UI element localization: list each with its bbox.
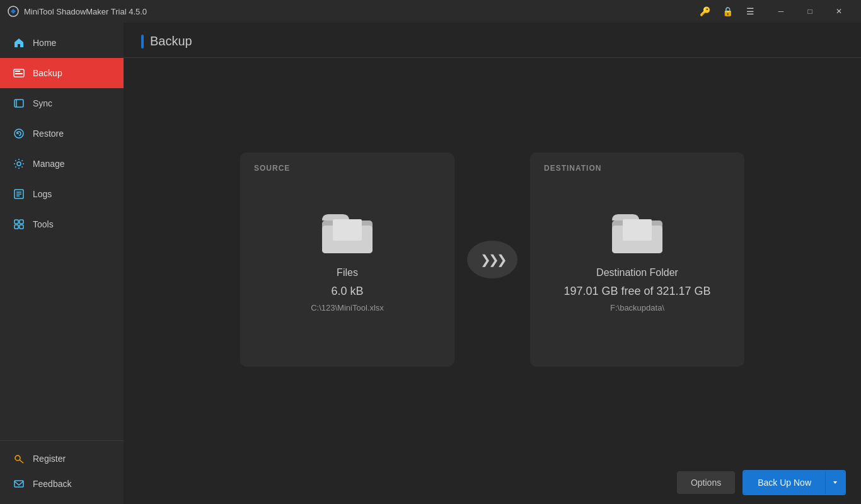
backup-now-dropdown-button[interactable] (825, 471, 845, 494)
feedback-mail-icon (13, 478, 25, 490)
sync-icon (13, 97, 25, 110)
svg-rect-13 (20, 220, 23, 224)
sidebar-label-feedback: Feedback (33, 479, 71, 489)
sidebar-bottom: Register Feedback (0, 440, 124, 504)
svg-rect-15 (20, 225, 23, 229)
restore-icon (13, 127, 25, 140)
source-size: 6.0 kB (331, 285, 363, 298)
sidebar-item-register[interactable]: Register (0, 446, 124, 471)
title-bar: MiniTool ShadowMaker Trial 4.5.0 🔑 🔒 ☰ ─… (0, 0, 861, 23)
svg-point-16 (15, 455, 20, 461)
main-content: Backup SOURCE (124, 23, 861, 504)
minimize-button[interactable]: ─ (766, 0, 795, 23)
lock-icon[interactable]: 🔒 (721, 6, 734, 16)
svg-rect-21 (333, 219, 362, 241)
backup-area: SOURCE Files 6.0 kB C:\123\MiniT (124, 58, 861, 461)
options-button[interactable]: Options (677, 471, 735, 494)
backup-now-wrapper: Back Up Now (743, 470, 846, 495)
source-folder-icon (319, 207, 376, 257)
home-icon (13, 37, 25, 49)
sidebar-label-sync: Sync (33, 98, 52, 108)
destination-path: F:\backupdata\ (610, 303, 664, 312)
title-bar-icons: 🔑 🔒 ☰ (698, 6, 756, 16)
sidebar-item-backup[interactable]: Backup (0, 58, 124, 88)
app-body: Home Backup (0, 23, 861, 504)
page-header: Backup (124, 23, 861, 58)
sidebar: Home Backup (0, 23, 124, 504)
sidebar-label-tools: Tools (33, 219, 54, 229)
page-title-text: Backup (150, 34, 192, 49)
svg-rect-18 (14, 481, 23, 487)
destination-card[interactable]: DESTINATION Destination Folder 197.01 GB (530, 152, 744, 367)
svg-rect-12 (14, 220, 18, 224)
sidebar-label-restore: Restore (33, 129, 64, 139)
destination-folder-icon (609, 207, 666, 257)
sidebar-label-register: Register (33, 454, 66, 464)
app-logo (8, 6, 19, 17)
maximize-button[interactable]: □ (795, 0, 824, 23)
sidebar-label-backup: Backup (33, 68, 62, 78)
sidebar-item-feedback[interactable]: Feedback (0, 471, 124, 496)
register-key-icon (13, 452, 25, 465)
destination-free-space: 197.01 GB free of 321.17 GB (563, 285, 710, 298)
source-path: C:\123\MiniTool.xlsx (311, 303, 384, 312)
svg-rect-24 (623, 219, 652, 241)
chevron-down-icon (832, 479, 838, 486)
arrow-between: ❯❯❯ (467, 241, 517, 278)
source-card[interactable]: SOURCE Files 6.0 kB C:\123\MiniT (240, 152, 454, 367)
backup-icon (13, 67, 25, 79)
manage-icon (13, 158, 25, 170)
sidebar-item-tools[interactable]: Tools (0, 209, 124, 239)
destination-type: Destination Folder (596, 267, 678, 278)
window-controls: ─ □ ✕ (766, 0, 853, 23)
backup-now-button[interactable]: Back Up Now (744, 471, 825, 494)
source-label: SOURCE (254, 164, 290, 173)
svg-rect-3 (15, 73, 23, 74)
svg-point-7 (17, 162, 21, 166)
sidebar-item-sync[interactable]: Sync (0, 88, 124, 118)
svg-rect-14 (14, 225, 18, 229)
source-type: Files (337, 267, 358, 278)
sidebar-item-home[interactable]: Home (0, 28, 124, 58)
sidebar-label-home: Home (33, 38, 56, 48)
page-title: Backup (141, 34, 843, 49)
svg-line-17 (20, 460, 23, 463)
sidebar-item-manage[interactable]: Manage (0, 149, 124, 179)
svg-rect-2 (15, 71, 20, 72)
title-accent (141, 35, 144, 49)
sidebar-nav: Home Backup (0, 23, 124, 440)
sidebar-item-logs[interactable]: Logs (0, 179, 124, 209)
destination-label: DESTINATION (544, 164, 601, 173)
chevron-right-icon: ❯❯❯ (480, 252, 505, 267)
logs-icon (13, 188, 25, 200)
bottom-bar: Options Back Up Now (124, 461, 861, 504)
menu-icon[interactable]: ☰ (744, 6, 756, 16)
sidebar-label-manage: Manage (33, 159, 65, 169)
close-button[interactable]: ✕ (824, 0, 853, 23)
app-title: MiniTool ShadowMaker Trial 4.5.0 (24, 7, 698, 16)
sidebar-label-logs: Logs (33, 189, 52, 199)
key-icon[interactable]: 🔑 (698, 6, 711, 16)
sidebar-item-restore[interactable]: Restore (0, 118, 124, 149)
svg-rect-4 (14, 100, 23, 107)
tools-icon (13, 218, 25, 231)
